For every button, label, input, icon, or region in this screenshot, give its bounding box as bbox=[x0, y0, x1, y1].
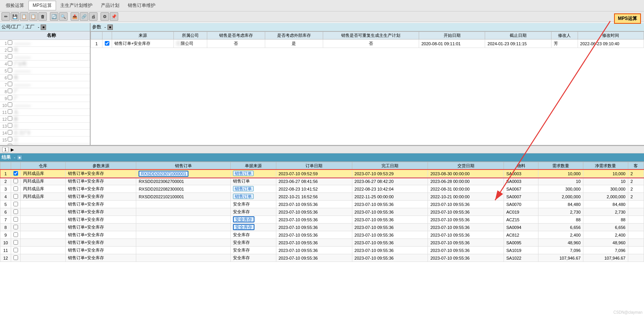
r-check-cell-4[interactable] bbox=[11, 193, 21, 201]
params-check-1[interactable] bbox=[105, 41, 109, 46]
sidebar-row-3[interactable]: 3 ———— bbox=[0, 54, 90, 61]
menu-xiaoshou[interactable]: 销售订单维护 bbox=[124, 1, 160, 10]
params-collapse-btn[interactable]: ■ bbox=[107, 25, 113, 30]
sidebar-check-16[interactable] bbox=[8, 144, 12, 145]
page-next-arrow[interactable]: ▶ bbox=[10, 147, 15, 152]
params-check-cell-1[interactable] bbox=[102, 40, 112, 48]
menu-jiajian[interactable]: 假捡运算 bbox=[2, 1, 28, 10]
r-check-6[interactable] bbox=[13, 209, 18, 214]
results-collapse-btn[interactable]: ■ bbox=[17, 155, 22, 160]
sidebar-row-1[interactable]: 1 ———— bbox=[0, 40, 90, 47]
r-doc-source-1: 销售订单 bbox=[231, 170, 276, 178]
sidebar-check-4[interactable] bbox=[8, 61, 12, 66]
r-check-10[interactable] bbox=[13, 240, 18, 245]
r-order-date-12: 2023-07-10 09:55:36 bbox=[276, 254, 352, 262]
sidebar-check-11[interactable] bbox=[8, 109, 12, 114]
sidebar-check-14[interactable] bbox=[8, 130, 12, 135]
r-check-11[interactable] bbox=[13, 248, 18, 252]
sidebar-row-5[interactable]: 5 ———— bbox=[0, 67, 90, 74]
sidebar-collapse-btn[interactable]: ■ bbox=[41, 25, 46, 30]
sidebar-check-15[interactable] bbox=[8, 137, 12, 142]
r-check-3[interactable] bbox=[13, 186, 18, 191]
sidebar-row-16[interactable]: 16 江 bbox=[0, 143, 90, 145]
sidebar-check-12[interactable] bbox=[8, 116, 12, 121]
r-check-cell-10[interactable] bbox=[11, 239, 21, 247]
results-row-3[interactable]: 3 丙邦成品库 销售订单+安全库存 RXSDD2022082300001 销售订… bbox=[0, 185, 644, 193]
params-row-1[interactable]: 1 销售订单+安全库存 江限公司 否 是 否 2020-08-01 09:11:… bbox=[91, 40, 644, 48]
sidebar-row-15[interactable]: 15 江 bbox=[0, 137, 90, 143]
sidebar-check-2[interactable] bbox=[8, 47, 12, 52]
toolbar-export-btn[interactable]: 📤 bbox=[71, 12, 79, 21]
results-row-7[interactable]: 7 销售订单+安全库存 安全库存 2023-07-10 09:55:36 202… bbox=[0, 216, 644, 224]
sidebar-row-10[interactable]: 10 ———— bbox=[0, 102, 90, 109]
r-check-cell-9[interactable] bbox=[11, 231, 21, 239]
r-check-7[interactable] bbox=[13, 217, 18, 222]
sidebar-check-10[interactable] bbox=[8, 102, 12, 107]
results-row-5[interactable]: 5 销售订单+安全库存 安全库存 2023-07-10 09:55:36 202… bbox=[0, 201, 644, 208]
sidebar-check-5[interactable] bbox=[8, 68, 12, 72]
menu-chanpin[interactable]: 产品计划 bbox=[97, 1, 124, 10]
menu-zhu-shengchan[interactable]: 主生产计划维护 bbox=[56, 1, 97, 10]
sidebar-row-8[interactable]: 8 厂 bbox=[0, 88, 90, 95]
results-row-9[interactable]: 9 销售订单+安全库存 安全库存 2023-07-10 09:55:36 202… bbox=[0, 231, 644, 239]
r-check-cell-12[interactable] bbox=[11, 254, 21, 262]
sidebar-row-4[interactable]: 4 厂公司 bbox=[0, 61, 90, 67]
sidebar-row-2[interactable]: 2 司 bbox=[0, 47, 90, 54]
sidebar-check-7[interactable] bbox=[8, 82, 12, 86]
r-check-8[interactable] bbox=[13, 225, 18, 229]
menu-mps[interactable]: MPS运算 bbox=[28, 1, 56, 10]
toolbar-edit-btn[interactable]: ✏ bbox=[2, 12, 10, 21]
results-row-4[interactable]: 4 丙邦成品库 销售订单+安全库存 RXSDD2022102100001 销售订… bbox=[0, 193, 644, 201]
toolbar-more2-btn[interactable]: 📌 bbox=[110, 12, 118, 21]
results-row-8[interactable]: 8 销售订单+安全库存 安全库存 2023-07-10 09:55:36 202… bbox=[0, 224, 644, 231]
sidebar-check-6[interactable] bbox=[8, 75, 12, 79]
toolbar-save-btn[interactable]: 💾 bbox=[11, 12, 19, 21]
r-check-cell-11[interactable] bbox=[11, 247, 21, 254]
sidebar-check-1[interactable] bbox=[8, 40, 12, 45]
r-check-12[interactable] bbox=[13, 255, 18, 260]
sidebar-row-7[interactable]: 7 ———— bbox=[0, 81, 90, 88]
r-check-5[interactable] bbox=[13, 202, 18, 206]
r-doc-source-5: 安全库存 bbox=[231, 201, 276, 208]
r-check-cell-2[interactable] bbox=[11, 178, 21, 185]
r-check-cell-3[interactable] bbox=[11, 185, 21, 193]
toolbar-search-btn[interactable]: 🔍 bbox=[59, 12, 68, 21]
sidebar-check-13[interactable] bbox=[8, 123, 12, 128]
results-row-1[interactable]: 1 丙邦成品库 销售订单+安全库存 RXSDD2023071000001 销售订… bbox=[0, 170, 644, 178]
r-demand-qty-6: 2,730 bbox=[538, 208, 583, 216]
r-check-cell-7[interactable] bbox=[11, 216, 21, 224]
r-doc-source-tag-8: 安全库存 bbox=[233, 224, 254, 230]
sidebar-check-3[interactable] bbox=[8, 54, 12, 59]
r-doc-source-12: 安全库存 bbox=[231, 254, 276, 262]
toolbar-refresh-btn[interactable]: 🔄 bbox=[50, 12, 58, 21]
results-row-12[interactable]: 12 销售订单+安全库存 安全库存 2023-07-10 09:55:36 20… bbox=[0, 254, 644, 262]
sidebar-row-12[interactable]: 12 苏 bbox=[0, 116, 90, 123]
mps-run-button[interactable]: MPS运算 bbox=[614, 13, 641, 24]
sidebar-row-9[interactable]: 9 厂 bbox=[0, 95, 90, 102]
toolbar-copy-btn[interactable]: 📋 bbox=[20, 12, 28, 21]
sidebar-row-11[interactable]: 11 儿 bbox=[0, 109, 90, 116]
sidebar-check-9[interactable] bbox=[8, 95, 12, 100]
results-row-11[interactable]: 11 销售订单+安全库存 安全库存 2023-07-10 09:55:36 20… bbox=[0, 247, 644, 254]
toolbar-link-btn[interactable]: 🔗 bbox=[80, 12, 88, 21]
r-check-cell-5[interactable] bbox=[11, 201, 21, 208]
toolbar-more1-btn[interactable]: ⚙ bbox=[101, 12, 109, 21]
r-check-cell-6[interactable] bbox=[11, 208, 21, 216]
toolbar-print-btn[interactable]: 🖨 bbox=[89, 12, 97, 21]
r-check-4[interactable] bbox=[13, 194, 18, 199]
results-row-10[interactable]: 10 销售订单+安全库存 安全库存 2023-07-10 09:55:36 20… bbox=[0, 239, 644, 247]
r-completion-date-9: 2023-07-10 09:55:36 bbox=[352, 231, 428, 239]
sidebar-row-6[interactable]: 6 司 bbox=[0, 74, 90, 81]
r-check-1[interactable] bbox=[13, 171, 18, 176]
r-check-cell-8[interactable] bbox=[11, 224, 21, 231]
r-check-2[interactable] bbox=[13, 179, 18, 183]
sidebar-check-8[interactable] bbox=[8, 89, 12, 93]
sidebar-row-14[interactable]: 14 江 工厂2 bbox=[0, 130, 90, 137]
toolbar-paste-btn[interactable]: 📋 bbox=[29, 12, 38, 21]
results-row-6[interactable]: 6 销售订单+安全库存 安全库存 2023-07-10 09:55:36 202… bbox=[0, 208, 644, 216]
r-check-cell-1[interactable] bbox=[11, 170, 21, 178]
sidebar-row-13[interactable]: 13 江 bbox=[0, 123, 90, 130]
results-row-2[interactable]: 2 丙邦成品库 销售订单+安全库存 RXSDD2023062700001 销售订… bbox=[0, 178, 644, 185]
toolbar-delete-btn[interactable]: 🗑 bbox=[38, 12, 47, 21]
r-check-9[interactable] bbox=[13, 232, 18, 237]
